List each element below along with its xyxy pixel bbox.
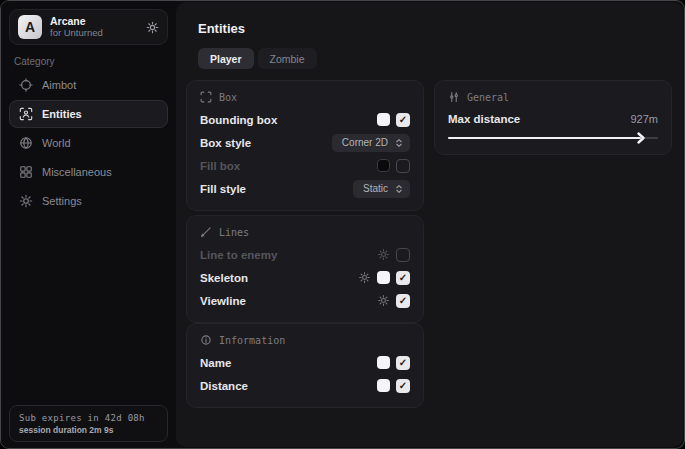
sidebar-item-entities[interactable]: Entities xyxy=(9,100,168,128)
box-card-title: Box xyxy=(219,92,237,103)
app-logo: A xyxy=(18,15,42,39)
information-card-title: Information xyxy=(219,335,285,346)
sidebar-menu: Aimbot Entities xyxy=(9,71,168,215)
max-distance-label: Max distance xyxy=(448,113,520,125)
name-color-swatch[interactable] xyxy=(377,356,390,369)
information-card: Information Name ✓ Distance ✓ xyxy=(186,323,424,408)
sidebar-item-world[interactable]: World xyxy=(9,129,168,157)
viewline-label: Viewline xyxy=(200,295,246,307)
max-distance-slider[interactable] xyxy=(448,133,658,143)
fill-style-label: Fill style xyxy=(200,183,246,195)
app-name: Arcane xyxy=(50,16,138,28)
globe-icon xyxy=(19,136,33,150)
box-corners-icon xyxy=(200,91,212,103)
sidebar-item-label: Aimbot xyxy=(42,79,76,91)
skeleton-color-swatch[interactable] xyxy=(377,271,390,284)
sidebar-item-aimbot[interactable]: Aimbot xyxy=(9,71,168,99)
name-label: Name xyxy=(200,357,231,369)
chevrons-up-down-icon xyxy=(394,184,404,194)
slider-fill xyxy=(448,137,641,139)
fill-box-checkbox[interactable] xyxy=(396,159,410,173)
scan-person-icon xyxy=(19,107,33,121)
tab-bar: Player Zombie xyxy=(198,48,317,69)
slider-thumb[interactable] xyxy=(636,131,646,145)
name-checkbox[interactable]: ✓ xyxy=(396,356,410,370)
distance-label: Distance xyxy=(200,380,248,392)
page-title: Entities xyxy=(198,21,245,36)
skeleton-label: Skeleton xyxy=(200,272,248,284)
pencil-line-icon xyxy=(200,226,212,238)
box-card-header: Box xyxy=(200,91,410,103)
sub-expiry-text: Sub expires in 42d 08h xyxy=(19,413,158,423)
information-card-header: Information xyxy=(200,334,410,346)
sidebar-item-settings[interactable]: Settings xyxy=(9,187,168,215)
fill-box-color-swatch[interactable] xyxy=(377,159,390,172)
skeleton-settings-icon[interactable] xyxy=(358,271,371,284)
fill-style-dropdown[interactable]: Static xyxy=(353,180,410,198)
session-duration-text: session duration 2m 9s xyxy=(19,425,158,435)
viewline-checkbox[interactable]: ✓ xyxy=(396,294,410,308)
box-style-label: Box style xyxy=(200,137,251,149)
box-style-value: Corner 2D xyxy=(342,137,388,148)
bounding-box-row: Bounding box ✓ xyxy=(200,109,410,130)
sidebar-item-label: Miscellaneous xyxy=(42,166,112,178)
fill-box-row: Fill box xyxy=(200,155,410,176)
sliders-icon xyxy=(448,91,460,103)
app-titles: Arcane for Unturned xyxy=(50,16,138,38)
max-distance-row: Max distance 927m xyxy=(448,109,658,129)
distance-row: Distance ✓ xyxy=(200,375,410,396)
sidebar-item-label: Settings xyxy=(42,195,82,207)
line-to-enemy-label: Line to enemy xyxy=(200,249,277,261)
bounding-box-label: Bounding box xyxy=(200,114,277,126)
distance-checkbox[interactable]: ✓ xyxy=(396,379,410,393)
chevrons-up-down-icon xyxy=(394,138,404,148)
sidebar-item-miscellaneous[interactable]: Miscellaneous xyxy=(9,158,168,186)
distance-color-swatch[interactable] xyxy=(377,379,390,392)
fill-style-row: Fill style Static xyxy=(200,178,410,199)
app-window: A Arcane for Unturned Category xyxy=(0,0,685,449)
box-card: Box Bounding box ✓ Box style Corner 2D xyxy=(186,80,424,211)
skeleton-row: Skeleton ✓ xyxy=(200,267,410,288)
box-style-row: Box style Corner 2D xyxy=(200,132,410,153)
sidebar: A Arcane for Unturned Category xyxy=(1,1,176,448)
sidebar-item-label: Entities xyxy=(42,108,82,120)
max-distance-value: 927m xyxy=(630,113,658,125)
skeleton-checkbox[interactable]: ✓ xyxy=(396,271,410,285)
crosshair-icon xyxy=(19,78,33,92)
name-row: Name ✓ xyxy=(200,352,410,373)
lines-card: Lines Line to enemy Skeleton xyxy=(186,215,424,323)
line-to-enemy-row: Line to enemy xyxy=(200,244,410,265)
fill-style-value: Static xyxy=(363,183,388,194)
sidebar-item-label: World xyxy=(42,137,71,149)
info-icon xyxy=(200,334,212,346)
viewline-row: Viewline ✓ xyxy=(200,290,410,311)
tab-player[interactable]: Player xyxy=(198,48,254,69)
viewline-settings-icon[interactable] xyxy=(377,294,390,307)
general-card: General Max distance 927m xyxy=(434,80,672,155)
line-to-enemy-settings-icon[interactable] xyxy=(377,248,390,261)
general-card-header: General xyxy=(448,91,658,103)
app-subtitle: for Unturned xyxy=(50,28,138,38)
subscription-info: Sub expires in 42d 08h session duration … xyxy=(9,405,168,442)
box-style-dropdown[interactable]: Corner 2D xyxy=(332,134,410,152)
lines-card-title: Lines xyxy=(219,227,249,238)
line-to-enemy-checkbox[interactable] xyxy=(396,248,410,262)
fill-box-label: Fill box xyxy=(200,160,240,172)
main-panel: Entities Player Zombie Box Bounding box … xyxy=(176,2,683,447)
header-gear-icon[interactable] xyxy=(146,21,159,34)
gear-icon xyxy=(19,194,33,208)
lines-card-header: Lines xyxy=(200,226,410,238)
bounding-box-checkbox[interactable]: ✓ xyxy=(396,113,410,127)
app-header: A Arcane for Unturned xyxy=(9,9,168,45)
general-card-title: General xyxy=(467,92,509,103)
category-label: Category xyxy=(14,56,55,67)
grid-icon xyxy=(19,165,33,179)
tab-zombie[interactable]: Zombie xyxy=(258,48,317,69)
bounding-box-color-swatch[interactable] xyxy=(377,113,390,126)
